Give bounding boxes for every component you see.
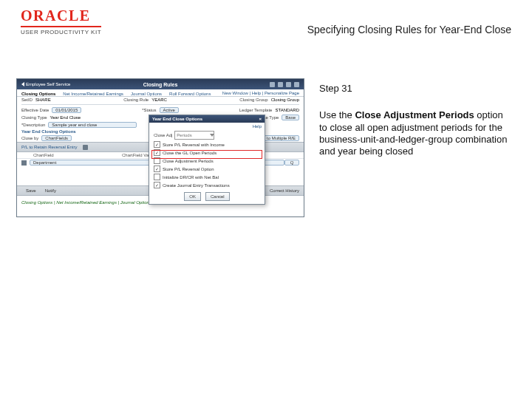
modal-option-label: Store P/L Reversal with Income [163, 143, 225, 147]
eff-date-label: Effective Date [21, 108, 49, 112]
tab-closing-options[interactable]: Closing Options [21, 92, 55, 96]
branding: ORACLE USER PRODUCTIVITY KIT [21, 7, 101, 35]
modal-option-label: Close the GL Open Periods [163, 151, 216, 155]
checkbox[interactable] [154, 174, 160, 180]
row-handle-icon[interactable] [21, 160, 27, 166]
setid-value: SHARE [35, 98, 51, 102]
nav-icon[interactable] [294, 82, 299, 87]
year-end-close-options-dialog: Year End Close Options × Help Close Adj … [149, 115, 265, 205]
eff-date-value[interactable]: 01/01/2015 [52, 107, 81, 113]
close-by-label: Close by [21, 136, 38, 140]
oracle-logo: ORACLE [21, 7, 101, 24]
screenshot: Employee Self Service Closing Rules New … [16, 78, 304, 217]
closing-group-value: Closing Group [271, 98, 299, 102]
ok-button[interactable]: OK [184, 192, 201, 201]
checkbox[interactable]: ✓ [154, 149, 160, 156]
checkbox[interactable]: ✓ [154, 182, 160, 188]
page-title: Specifying Closing Rules for Year-End Cl… [307, 24, 511, 35]
closing-rule-value: YEARC [151, 98, 167, 102]
modal-option-label: Initialize DR/CR with Net Bal [163, 175, 219, 180]
ledger-template-label: Ledger Template [239, 108, 273, 112]
grid-h1 [21, 153, 33, 157]
back-button[interactable]: Employee Self Service [17, 82, 75, 86]
setid-label: SetID [21, 98, 33, 102]
upk-label: USER PRODUCTIVITY KIT [21, 29, 101, 35]
titlebar-icons [270, 82, 304, 87]
modal-help-link[interactable]: Help [149, 123, 265, 130]
modal-option-row: ✓Store P/L Reversal Option [149, 165, 265, 173]
tab-net-income[interactable]: Net Income/Retained Earnings [63, 92, 123, 96]
modal-option-label: Store P/L Reversal Option [163, 167, 214, 171]
window-titlebar: Employee Self Service Closing Rules [17, 79, 304, 89]
tab-journal-options[interactable]: Journal Options [131, 92, 162, 96]
back-label: Employee Self Service [26, 82, 70, 86]
ledger-template-value: STANDARD [275, 108, 299, 112]
modal-option-row: ✓Close the GL Open Periods [149, 149, 265, 157]
info-row-1: SetID SHARE Closing Rule YEARC Closing G… [17, 97, 304, 103]
modal-buttons: OK Cancel [149, 189, 265, 204]
modal-option-label: Create Journal Entry Transactions [163, 183, 230, 188]
modal-option-row: ✓Store P/L Reversal with Income [149, 140, 265, 149]
tab-roll-forward[interactable]: Roll Forward Options [169, 92, 211, 96]
section-title: Year End Closing Options [21, 129, 76, 134]
instruction-text: Use the Close Adjustment Periods option … [319, 109, 511, 157]
description-input[interactable]: Sample year end close [48, 122, 137, 128]
checkbox[interactable]: ✓ [154, 166, 160, 172]
breadcrumb[interactable]: New Window | Help | Personalize Page [222, 91, 299, 95]
notifications-icon[interactable] [286, 82, 291, 87]
description-label: *Description [21, 123, 45, 127]
search-icon[interactable] [278, 82, 283, 87]
chevron-left-icon [21, 82, 24, 86]
close-icon[interactable]: × [259, 117, 262, 121]
close-by-value[interactable]: ChartFields [41, 135, 72, 141]
notify-button[interactable]: Notify [45, 188, 56, 193]
brand-rule [21, 26, 101, 27]
modal-title: Year End Close Options [152, 117, 202, 121]
modal-option-label: Close Adjustment Periods [163, 159, 214, 163]
modal-option-row: Initialize DR/CR with Net Bal [149, 173, 265, 181]
save-button[interactable]: Save [26, 188, 36, 193]
instruction-before: Use the [319, 109, 355, 120]
sep [21, 104, 299, 105]
info-row-2: Effective Date 01/01/2015 *Status Active… [17, 106, 304, 114]
correct-history-button[interactable]: Correct History [270, 188, 299, 193]
help-icon[interactable] [83, 145, 88, 150]
close-adj-label: Close Adj [154, 133, 172, 137]
status-value[interactable]: Active [160, 107, 179, 113]
closing-group-label: Closing Group [239, 98, 267, 102]
home-icon[interactable] [270, 82, 275, 87]
closing-rule-label: Closing Rule [123, 98, 149, 102]
instruction-bold: Close Adjustment Periods [355, 109, 474, 120]
closing-type-label: Closing Type [21, 115, 47, 120]
checkbox[interactable] [154, 157, 160, 164]
cancel-button[interactable]: Cancel [205, 192, 230, 201]
grid-h2: ChartField [33, 153, 122, 157]
modal-option-row: ✓Create Journal Entry Transactions [149, 181, 265, 189]
lookup-button[interactable]: Q [284, 160, 299, 166]
close-adj-row: Close Adj [149, 130, 265, 140]
pl-reversal-link[interactable]: P/L to Retain Reversal Entry [21, 145, 77, 149]
instruction-column: Step 31 Use the Close Adjustment Periods… [319, 83, 511, 157]
checkbox[interactable]: ✓ [154, 141, 160, 148]
modal-titlebar: Year End Close Options × [149, 115, 265, 123]
currency-close-type-value[interactable]: Base [282, 115, 299, 120]
step-number: Step 31 [319, 83, 511, 95]
modal-option-row: Close Adjustment Periods [149, 157, 265, 165]
closing-type-value: Year End Close [50, 115, 81, 120]
chevron-down-icon[interactable] [210, 134, 214, 137]
close-adj-input[interactable] [174, 131, 214, 140]
status-label: *Status [142, 108, 156, 112]
